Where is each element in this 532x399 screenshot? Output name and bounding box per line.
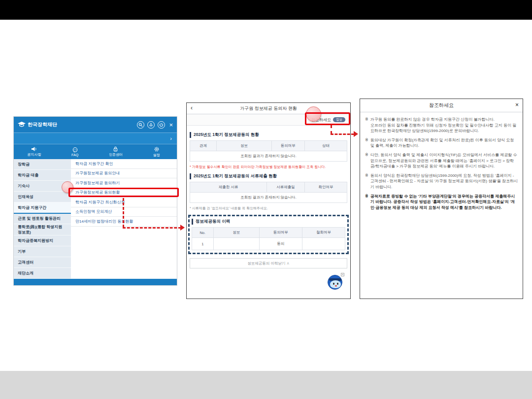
sidebar-item-about[interactable]: 재단소개 <box>14 268 71 279</box>
bottom-gray-bar <box>0 371 532 399</box>
doc-submit-note: * 서류제출 건 '참조하세요' 내용을 꼭 확인해주세요. <box>190 206 347 211</box>
popup-note: ※ 다만, 동의서 양식 출력 및 제출시 이미지형식(TIF)은 모바일에서 … <box>365 152 518 169</box>
chat-icon <box>72 147 78 153</box>
popup-title: 참조하세요 <box>429 102 454 109</box>
section2-title: 2025년도 1학기 정보제공동의 서류제출 현황 <box>190 173 347 179</box>
top-black-bar <box>0 0 532 20</box>
col-header: No. <box>192 228 214 238</box>
chevron-right-icon[interactable]: › <box>170 135 172 141</box>
note-text: 동의대상 가구원이 확정(가족관계 확인 및 서류처리 완료)된 이후 동의서 … <box>370 137 518 149</box>
speaker-icon <box>31 146 37 152</box>
submenu-item-consent-guide[interactable]: 가구원정보제공 동의안내 <box>71 169 177 179</box>
menu-body: 장학금 학자금 대출 기숙사 인재육성 학자금 지원구간 근로 및 멘토링 활동… <box>14 159 177 279</box>
sidebar-item-work-mentoring[interactable]: 근로 및 멘토링 활동관리 <box>14 214 71 225</box>
info-badge: 정보 <box>333 117 345 123</box>
family-doc-note: * 가족정보 필수서류 확인이 완료 되어야만 가족정보별 정보제공 동의현황이… <box>190 165 347 169</box>
note-mark: ※ <box>365 137 368 149</box>
sidebar-item-tonghakro[interactable]: 통학로(路)(통합 학생지원 정보로) <box>14 224 71 235</box>
empty-result-text: 조회된 결과가 존재하지 않습니다. <box>190 193 347 203</box>
submenu-item-consent-do[interactable]: 가구원정보제공 동의하기 <box>71 178 177 188</box>
back-icon[interactable]: ‹ <box>191 104 193 111</box>
col-header: 관계 <box>190 141 217 151</box>
note-text: 공적자료로 증빙할 수 없는 '기타 부양관계단절'의 경우에는 공증각서를 제… <box>370 194 518 211</box>
brand-label: 한국장학재단 <box>28 121 57 128</box>
detail-titlebar: ‹ 가구원 정보제공 동의자 현황 <box>187 103 350 114</box>
annotation-arrowhead-left <box>180 225 185 231</box>
popup-note: ※ 동의서 양식은 한국장학재단 상담센터(1599-2000)에 요청, 작성… <box>365 173 518 190</box>
document-submit-table: 제출한 서류 서류제출일 확인여부 조회된 결과가 존재하지 않습니다. <box>190 182 347 203</box>
sidebar-item-loan[interactable]: 학자금 대출 <box>14 170 71 181</box>
sidebar: 장학금 학자금 대출 기숙사 인재육성 학자금 지원구간 근로 및 멘토링 활동… <box>14 159 71 279</box>
brand: 한국장학재단 <box>18 121 57 128</box>
screenshot-root: 한국장학재단 × › <box>0 0 532 399</box>
submenu-item-consent-status[interactable]: 가구원정보제공 동의현황 <box>71 188 177 198</box>
popup-titlebar: 참조하세요 × <box>360 99 523 112</box>
submenu: 학자금 지원구간 확인 가구원정보제공 동의안내 가구원정보제공 동의하기 가구… <box>71 159 177 279</box>
detail-content: 2025년도 1학기 정보제공동의 현황 관계 정보 동의여부 상태 조회된 결… <box>187 126 350 299</box>
quicknav-notice[interactable]: 공지사항 <box>14 144 55 159</box>
header-icons: × <box>137 121 173 129</box>
empty-result-text: 조회된 결과가 존재하지 않습니다. <box>190 151 347 162</box>
app-subheader: › <box>14 133 177 144</box>
note-mark: ※ <box>365 152 368 169</box>
col-header: 확인여부 <box>304 182 347 193</box>
col-header: 정보 <box>217 141 272 151</box>
sidebar-item-donation[interactable]: 기부 <box>14 246 71 257</box>
history-close-button[interactable]: 정보제공동의 이력닫기 ∧ <box>190 258 347 268</box>
ref-bar: 참조하세요 정보 <box>187 114 350 126</box>
quicknav-settings[interactable]: 설정 <box>136 144 177 159</box>
history-withdraw <box>302 238 345 250</box>
history-info <box>213 238 259 250</box>
submenu-item-bracket-renewal[interactable]: 학자금 지원구간 최신화신청 <box>71 198 177 207</box>
consent-status-table: 관계 정보 동의여부 상태 조회된 결과가 존재하지 않습니다. <box>190 140 347 162</box>
reference-popup: 참조하세요 × ※ 가구원 동의를 완료하지 않은 경우 학자금 지원구간 산정… <box>360 99 523 299</box>
quicknav-faq[interactable]: FAQ <box>55 144 96 159</box>
col-header: 철회여부 <box>302 228 345 238</box>
history-highlight-box: 정보제공동의 이력 No. 정보 동의여부 철회여부 1 동의 <box>188 215 349 254</box>
table-row: 1 동의 <box>192 238 345 250</box>
power-icon[interactable] <box>158 121 165 129</box>
col-header: 정보 <box>213 228 259 238</box>
history-consent: 동의 <box>259 238 302 250</box>
submenu-item-bracket-check[interactable]: 학자금 지원구간 확인 <box>71 159 177 169</box>
close-icon[interactable]: × <box>169 122 173 128</box>
mascot-close-icon[interactable]: × <box>341 273 344 276</box>
popup-note: ※ 공적자료로 증빙할 수 없는 '기타 부양관계단절'의 경우에는 공증각서를… <box>365 194 518 211</box>
mascot-widget[interactable]: × <box>328 273 344 290</box>
popup-note: ※ 동의대상 가구원이 확정(가족관계 확인 및 서류처리 완료)된 이후 동의… <box>365 137 518 149</box>
col-header: 동의여부 <box>271 141 304 151</box>
sidebar-item-duplicate-prevention[interactable]: 학자금중복지원방지 <box>14 235 71 246</box>
quicknav-auth-center[interactable]: 인증센터 <box>96 144 136 159</box>
note-mark: ※ <box>365 117 368 134</box>
consent-status-panel: ‹ 가구원 정보제공 동의자 현황 참조하세요 정보 2025년도 1학기 정보… <box>186 102 351 299</box>
quicknav-label: 인증센터 <box>109 152 123 157</box>
bell-icon[interactable] <box>147 121 155 129</box>
consent-history-table: No. 정보 동의여부 철회여부 1 동의 <box>192 227 345 250</box>
sidebar-item-dormitory[interactable]: 기숙사 <box>14 181 71 192</box>
submenu-item-income-calc[interactable]: 소득인정액 모의계산 <box>71 207 177 217</box>
submenu-item-under14-consent[interactable]: 만14세미만 법정대리인 동의현황 <box>71 217 177 227</box>
ref-button[interactable]: 참조하세요 <box>311 117 331 123</box>
history-title: 정보제공동의 이력 <box>192 219 345 225</box>
app-menu-panel: 한국장학재단 × › <box>13 116 177 286</box>
sidebar-item-scholarship[interactable]: 장학금 <box>14 159 71 170</box>
search-icon[interactable] <box>137 121 144 129</box>
quicknav-label: FAQ <box>71 153 78 157</box>
popup-close-icon[interactable]: × <box>515 101 519 108</box>
mascot-character[interactable] <box>328 275 342 290</box>
app-footer-bar <box>14 279 177 285</box>
note-mark: ※ <box>365 194 368 211</box>
lock-icon <box>113 146 118 152</box>
sidebar-item-support-bracket[interactable]: 학자금 지원구간 <box>14 202 71 214</box>
page-title: 가구원 정보제공 동의자 현황 <box>240 105 297 112</box>
annotation-arrowhead-popup <box>354 131 358 137</box>
sidebar-item-talent[interactable]: 인재육성 <box>14 192 71 202</box>
popup-body: ※ 가구원 동의를 완료하지 않은 경우 학자금 지원구간 산정이 불가합니다.… <box>360 112 523 215</box>
note-text: 동의서 양식은 한국장학재단 상담센터(1599-2000)에 요청, 작성 방… <box>370 173 518 190</box>
sidebar-item-customer-center[interactable]: 고객센터 <box>14 257 71 268</box>
note-mark: ※ <box>365 173 368 190</box>
history-no: 1 <box>192 238 214 250</box>
col-header: 제출한 서류 <box>190 182 267 193</box>
note-text: 가구원 동의를 완료하지 않은 경우 학자금 지원구간 산정이 불가합니다. 오… <box>370 117 518 134</box>
quick-nav: 공지사항 FAQ 인증센터 <box>14 144 177 159</box>
